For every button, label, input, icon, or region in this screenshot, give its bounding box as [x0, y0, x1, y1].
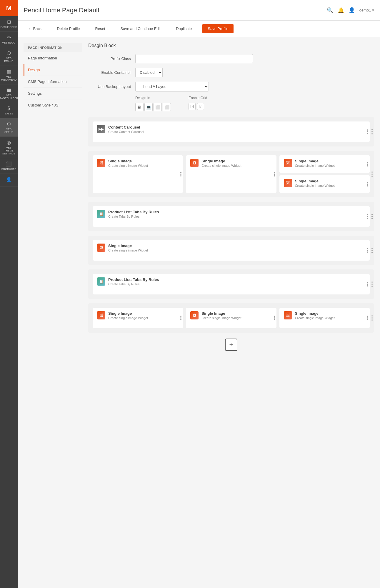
widget-card-single-image-5[interactable]: 🖼 Single Image Create single image Widge… — [93, 240, 370, 261]
widget-desc-content-carousel: Create Content Carousel — [108, 130, 144, 134]
card-dots-1[interactable] — [367, 129, 368, 134]
nav-item-design[interactable]: Design — [24, 64, 82, 76]
toolbar: ← Back Delete Profile Reset Save and Con… — [18, 21, 380, 37]
add-row-button[interactable]: + — [225, 339, 237, 351]
widget-desc-si-7: Create single image Widget — [201, 316, 241, 320]
sidebar-item-products[interactable]: ⬛ PRODUCTS — [0, 158, 18, 174]
widget-card-single-image-4[interactable]: 🖼 Single Image Create single image Widge… — [279, 175, 370, 193]
reset-button[interactable]: Reset — [91, 24, 110, 33]
nav-item-settings[interactable]: Settings — [24, 88, 82, 99]
widget-card-single-image-6[interactable]: 🖼 Single Image Create single image Widge… — [93, 308, 183, 328]
widget-info-si-3: Single Image Create single image Widget — [295, 159, 335, 167]
sidebar-item-ves-setup[interactable]: ⚙ VES SETUP — [0, 118, 18, 137]
sidebar-item-user[interactable]: 👤 — [0, 174, 18, 186]
widget-card-single-image-2[interactable]: 🖼 Single Image Create single image Widge… — [186, 155, 276, 193]
sidebar-item-ves-brand[interactable]: ⬡ VES BRAND — [0, 47, 18, 66]
device-buttons: 🖥 💻 ⬜ ⬜ — [135, 103, 171, 111]
card-dots-si-1[interactable] — [180, 172, 181, 176]
use-backup-layout-select[interactable]: -- Load A Layout -- — [135, 82, 209, 91]
widget-info-si-6: Single Image Create single image Widget — [108, 311, 148, 320]
widget-desc-si-6: Create single image Widget — [108, 316, 148, 320]
duplicate-button[interactable]: Duplicate — [171, 24, 196, 33]
widget-name-si-2: Single Image — [201, 159, 241, 163]
widget-name-si-5: Single Image — [108, 244, 148, 248]
row-dots-6[interactable] — [371, 315, 373, 321]
widget-card-single-image-8[interactable]: 🖼 Single Image Create single image Widge… — [279, 308, 370, 328]
sidebar-item-sales[interactable]: $ SALES — [0, 103, 18, 118]
widget-desc-si-8: Create single image Widget — [295, 316, 335, 320]
device-desktop-button[interactable]: 🖥 — [135, 103, 144, 111]
enable-grid-label: Enable Grid — [189, 96, 207, 100]
row-dots-1[interactable] — [371, 129, 373, 134]
sidebar-item-ves-blog[interactable]: ✏ VES BLOG — [0, 32, 18, 47]
widget-name-si-1: Single Image — [108, 159, 148, 163]
device-mobile-button[interactable]: ⬜ — [163, 103, 171, 111]
widget-info-si-5: Single Image Create single image Widget — [108, 244, 148, 252]
nav-item-page-information[interactable]: Page Information — [24, 52, 82, 64]
prefix-class-input[interactable] — [135, 54, 253, 63]
grid-checkbox-1[interactable]: ☑ — [189, 103, 196, 110]
widget-card-single-image-7[interactable]: 🖼 Single Image Create single image Widge… — [186, 308, 276, 328]
row-dots-3[interactable] — [371, 214, 373, 219]
sales-icon: $ — [8, 106, 10, 111]
card-dots-si-2[interactable] — [274, 172, 275, 176]
widget-desc-si-1: Create single image Widget — [108, 164, 148, 167]
widget-row-6: 🖼 Single Image Create single image Widge… — [88, 303, 374, 333]
card-dots-si-3[interactable] — [367, 162, 368, 166]
card-dots-si-6[interactable] — [180, 316, 181, 320]
widget-info-si-2: Single Image Create single image Widget — [201, 159, 241, 167]
grid-checkbox-2[interactable]: ☑ — [197, 103, 204, 110]
blog-icon: ✏ — [7, 35, 11, 40]
row-dots-2[interactable] — [371, 171, 373, 177]
user-label[interactable]: demo1 ▾ — [359, 8, 374, 12]
brand-icon: ⬡ — [7, 50, 11, 56]
widget-name-pt-2: Product List: Tabs By Rules — [108, 277, 159, 282]
sidebar-item-mega-menu[interactable]: ▦ VES MEGAMENU — [0, 66, 18, 84]
widget-desc-si-5: Create single image Widget — [108, 249, 148, 252]
row-dots-4[interactable] — [371, 248, 373, 253]
grid-checkboxes: ☑ ☑ — [189, 103, 207, 110]
device-laptop-button[interactable]: 💻 — [144, 103, 153, 111]
search-icon[interactable]: 🔍 — [327, 7, 333, 14]
widget-row-2: 🖼 Single Image Create single image Widge… — [88, 151, 374, 197]
widget-card-single-image-1[interactable]: 🖼 Single Image Create single image Widge… — [93, 155, 183, 193]
save-continue-button[interactable]: Save and Continue Edit — [116, 24, 166, 33]
widget-info-pt-1: Product List: Tabs By Rules Create Tabs … — [108, 210, 159, 218]
sidebar-item-label: VES MEGAMENU — [1, 75, 17, 81]
add-button-container: + — [88, 333, 374, 357]
widget-card-product-tabs-2[interactable]: 📋 Product List: Tabs By Rules Create Tab… — [93, 274, 370, 294]
main-content: Pencil Home Page Default 🔍 🔔 👤 demo1 ▾ ←… — [18, 0, 380, 588]
panel-section-title: PAGE INFORMATION — [24, 43, 82, 52]
bell-icon[interactable]: 🔔 — [338, 7, 344, 14]
image-icon-6: 🖼 — [97, 311, 105, 319]
user-sidebar-icon: 👤 — [6, 177, 12, 182]
sidebar-item-pagebuilder[interactable]: ▩ VES PAGEBUILDER — [0, 84, 18, 103]
widget-col-4: 🖼 Single Image Create single image Widge… — [93, 308, 183, 328]
nav-item-cms-page-information[interactable]: CMS Page Information — [24, 76, 82, 88]
enable-grid-group: Enable Grid ☑ ☑ — [189, 96, 207, 110]
sidebar-item-label: SALES — [4, 112, 13, 115]
card-dots-si-5[interactable] — [367, 248, 368, 253]
widget-card-single-image-3[interactable]: 🖼 Single Image Create single image Widge… — [279, 155, 370, 173]
card-dots-si-8[interactable] — [367, 316, 368, 320]
widget-card-product-tabs-1[interactable]: 📋 Product List: Tabs By Rules Create Tab… — [93, 206, 370, 227]
nav-item-custom-style-js[interactable]: Custom Style / JS — [24, 99, 82, 111]
save-profile-button[interactable]: Save Profile — [202, 24, 234, 33]
widget-col-5: 🖼 Single Image Create single image Widge… — [186, 308, 276, 328]
sidebar-item-theme-settings[interactable]: ◎ VES THEME SETTINGS — [0, 137, 18, 158]
prefix-class-row: Prefix Class — [88, 54, 374, 63]
enable-container-select[interactable]: Disabled Enabled — [135, 68, 163, 77]
device-tablet-button[interactable]: ⬜ — [154, 103, 162, 111]
megamenu-icon: ▦ — [7, 69, 11, 74]
card-dots-si-7[interactable] — [274, 316, 275, 320]
sidebar-item-dashboard[interactable]: ⊞ DASHBOARD — [0, 16, 18, 32]
delete-profile-button[interactable]: Delete Profile — [52, 24, 85, 33]
back-button[interactable]: ← Back — [24, 24, 46, 33]
card-dots-si-4[interactable] — [367, 182, 368, 186]
widget-desc-si-3: Create single image Widget — [295, 164, 335, 167]
card-dots-pt-1[interactable] — [367, 214, 368, 219]
widget-card-content-carousel[interactable]: ▶▶ Content Carousel Create Content Carou… — [93, 121, 370, 142]
user-account-icon[interactable]: 👤 — [349, 7, 355, 14]
card-dots-pt-2[interactable] — [367, 282, 368, 286]
row-dots-5[interactable] — [371, 281, 373, 287]
